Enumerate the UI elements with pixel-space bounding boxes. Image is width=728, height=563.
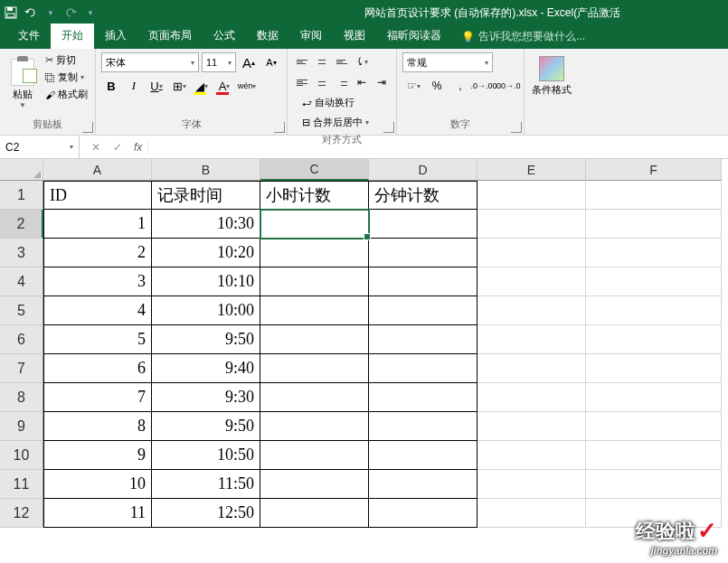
cell-B1[interactable]: 记录时间 [152, 181, 260, 210]
row-header-5[interactable]: 5 [0, 296, 43, 325]
cell-C4[interactable] [260, 267, 369, 296]
cell-E8[interactable] [477, 383, 586, 412]
cell-F11[interactable] [586, 470, 722, 499]
conditional-format-button[interactable]: 条件格式 [530, 52, 573, 97]
col-header-F[interactable]: F [586, 159, 722, 181]
cell-A11[interactable]: 10 [43, 470, 152, 499]
tab-view[interactable]: 视图 [333, 23, 376, 49]
cell-A2[interactable]: 1 [43, 210, 152, 239]
cell-C9[interactable] [260, 412, 369, 441]
tab-home[interactable]: 开始 [51, 23, 94, 49]
cell-F9[interactable] [586, 412, 722, 441]
fx-button[interactable]: fx [134, 141, 148, 154]
cell-E12[interactable] [477, 499, 586, 528]
cell-F3[interactable] [586, 239, 722, 267]
align-left-button[interactable] [293, 73, 311, 91]
row-header-10[interactable]: 10 [0, 441, 43, 470]
cell-E5[interactable] [477, 296, 586, 325]
undo-dropdown-icon[interactable]: ▼ [43, 5, 58, 20]
tab-file[interactable]: 文件 [7, 23, 51, 49]
cancel-formula-button[interactable]: ✕ [89, 141, 103, 154]
cell-B9[interactable]: 9:50 [152, 412, 260, 441]
cell-A3[interactable]: 2 [43, 239, 152, 267]
row-header-11[interactable]: 11 [0, 470, 43, 499]
tell-me-search[interactable]: 💡 告诉我您想要做什么... [452, 24, 594, 49]
col-header-C[interactable]: C [260, 159, 369, 181]
name-box[interactable]: C2 ▾ [0, 136, 80, 158]
dialog-launcher-icon[interactable] [511, 122, 522, 133]
decrease-indent-button[interactable]: ⇤ [353, 73, 371, 91]
cell-C12[interactable] [260, 499, 369, 528]
align-center-button[interactable] [313, 73, 331, 91]
phonetic-button[interactable]: wén▾ [237, 76, 257, 96]
cell-B2[interactable]: 10:30 [152, 210, 260, 239]
cell-B3[interactable]: 10:20 [152, 239, 260, 267]
cell-A6[interactable]: 5 [43, 325, 152, 354]
comma-button[interactable]: , [449, 76, 471, 96]
increase-indent-button[interactable]: ⇥ [373, 73, 391, 91]
font-name-select[interactable]: 宋体▾ [101, 52, 199, 72]
cell-A10[interactable]: 9 [43, 441, 152, 470]
cell-D5[interactable] [369, 296, 477, 325]
copy-button[interactable]: ⿻复制▾ [43, 70, 90, 85]
cell-C3[interactable] [260, 239, 369, 267]
number-format-select[interactable]: 常规▾ [402, 52, 493, 72]
cell-D3[interactable] [369, 239, 477, 267]
cell-A1[interactable]: ID [43, 181, 152, 210]
row-header-8[interactable]: 8 [0, 383, 43, 412]
qat-customize-icon[interactable]: ▼ [83, 5, 98, 20]
cut-button[interactable]: ✂剪切 [43, 52, 90, 68]
paste-button[interactable]: 粘贴 ▼ [5, 52, 40, 116]
cell-C7[interactable] [260, 354, 369, 383]
col-header-D[interactable]: D [369, 159, 477, 181]
decrease-font-button[interactable]: A▾ [261, 52, 281, 72]
decrease-decimal-button[interactable]: .00→.0 [496, 76, 518, 96]
cell-C5[interactable] [260, 296, 369, 325]
align-bottom-button[interactable] [333, 52, 351, 70]
cell-F1[interactable] [586, 181, 722, 210]
cell-A12[interactable]: 11 [43, 499, 152, 528]
cell-B10[interactable]: 10:50 [152, 441, 260, 470]
cell-A7[interactable]: 6 [43, 354, 152, 383]
cell-C1[interactable]: 小时计数 [260, 181, 369, 210]
wrap-text-button[interactable]: ⮐自动换行 [298, 94, 391, 111]
dialog-launcher-icon[interactable] [383, 122, 394, 133]
row-header-12[interactable]: 12 [0, 499, 43, 528]
cell-E11[interactable] [477, 470, 586, 499]
cell-D6[interactable] [369, 325, 477, 354]
cell-F8[interactable] [586, 383, 722, 412]
merge-center-button[interactable]: ⊟合并后居中▾ [298, 114, 391, 131]
cell-B5[interactable]: 10:00 [152, 296, 260, 325]
row-header-9[interactable]: 9 [0, 412, 43, 441]
cell-D4[interactable] [369, 267, 477, 296]
cell-D7[interactable] [369, 354, 477, 383]
cell-F4[interactable] [586, 267, 722, 296]
col-header-A[interactable]: A [43, 159, 152, 181]
row-header-4[interactable]: 4 [0, 267, 43, 296]
tab-foxit[interactable]: 福昕阅读器 [376, 23, 452, 49]
cell-C11[interactable] [260, 470, 369, 499]
cell-F2[interactable] [586, 210, 722, 239]
accounting-format-button[interactable]: ☞▾ [402, 76, 424, 96]
bold-button[interactable]: B [101, 76, 121, 96]
col-header-B[interactable]: B [152, 159, 260, 181]
cell-E6[interactable] [477, 325, 586, 354]
redo-icon[interactable] [63, 5, 78, 20]
cell-D12[interactable] [369, 499, 477, 528]
cell-A5[interactable]: 4 [43, 296, 152, 325]
cell-E2[interactable] [477, 210, 586, 239]
cell-C10[interactable] [260, 441, 369, 470]
cell-E10[interactable] [477, 441, 586, 470]
cell-C2[interactable] [260, 210, 369, 239]
row-header-7[interactable]: 7 [0, 354, 43, 383]
undo-icon[interactable] [24, 5, 38, 20]
fill-color-button[interactable]: ◢▾ [192, 76, 212, 96]
cell-F6[interactable] [586, 325, 722, 354]
cell-E3[interactable] [477, 239, 586, 267]
cell-F7[interactable] [586, 354, 722, 383]
cell-B11[interactable]: 11:50 [152, 470, 260, 499]
cell-B12[interactable]: 12:50 [152, 499, 260, 528]
row-header-3[interactable]: 3 [0, 239, 43, 267]
col-header-E[interactable]: E [477, 159, 586, 181]
cell-A9[interactable]: 8 [43, 412, 152, 441]
